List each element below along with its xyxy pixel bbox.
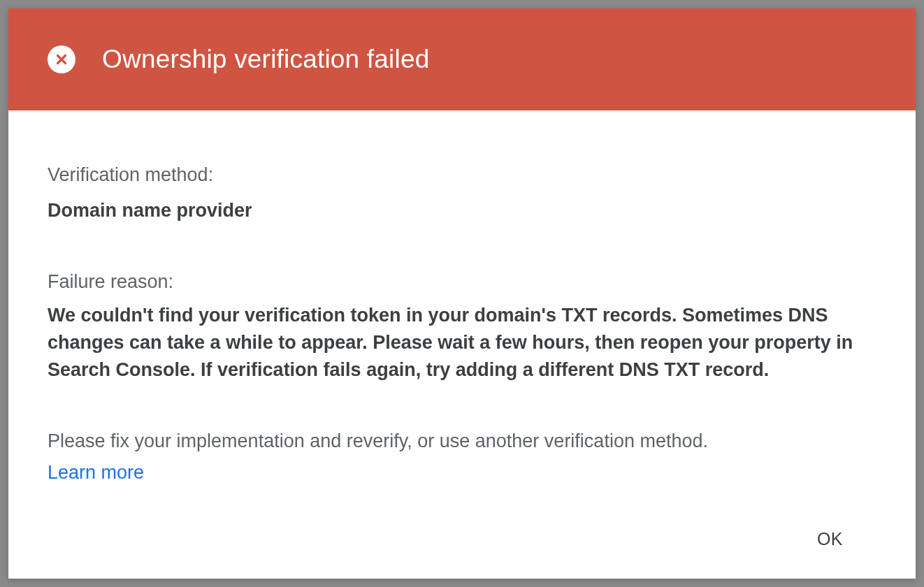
reason-value: We couldn't find your verification token… xyxy=(48,302,876,384)
error-icon xyxy=(48,45,75,73)
dialog-title: Ownership verification failed xyxy=(102,45,430,74)
method-value: Domain name provider xyxy=(48,196,876,225)
learn-more-link[interactable]: Learn more xyxy=(48,462,144,484)
hint-text: Please fix your implementation and rever… xyxy=(48,427,876,456)
dialog-body: Verification method: Domain name provide… xyxy=(8,110,916,579)
method-label: Verification method: xyxy=(48,161,876,189)
verification-method-section: Verification method: Domain name provide… xyxy=(48,161,876,224)
failure-reason-section: Failure reason: We couldn't find your ve… xyxy=(48,268,876,384)
dialog-header: Ownership verification failed xyxy=(8,8,916,110)
hint-section: Please fix your implementation and rever… xyxy=(48,427,876,484)
dialog-actions: OK xyxy=(48,519,876,559)
verification-failed-dialog: Ownership verification failed Verificati… xyxy=(8,8,916,579)
ok-button[interactable]: OK xyxy=(797,519,862,559)
reason-label: Failure reason: xyxy=(48,268,876,296)
